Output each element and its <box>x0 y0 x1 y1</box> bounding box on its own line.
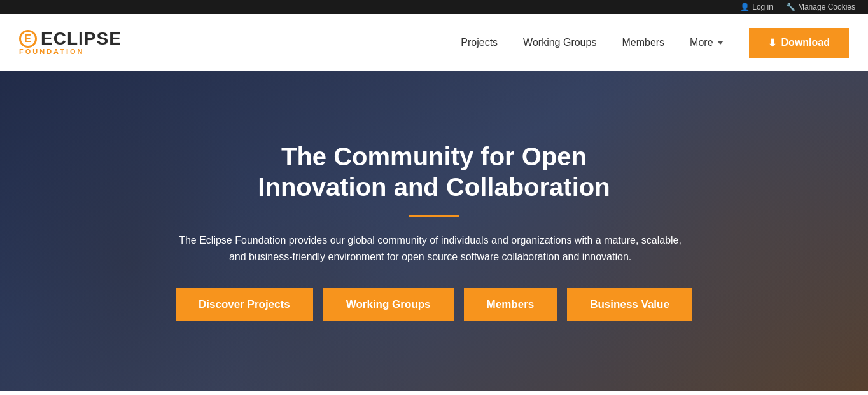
logo-text: ECLIPSE <box>41 30 122 48</box>
download-label: Download <box>781 37 830 48</box>
discover-projects-button[interactable]: Discover Projects <box>176 288 313 321</box>
utility-bar: 👤 Log in 🔧 Manage Cookies <box>0 0 868 14</box>
hero-description: The Eclipse Foundation provides our glob… <box>176 232 685 265</box>
business-value-button[interactable]: Business Value <box>567 288 692 321</box>
hero-section: The Community for Open Innovation and Co… <box>0 71 868 391</box>
working-groups-button[interactable]: Working Groups <box>323 288 454 321</box>
download-button[interactable]: ⬇ Download <box>749 28 849 58</box>
logo-e-circle: E <box>19 30 37 48</box>
logo-foundation: FOUNDATION <box>19 48 85 55</box>
manage-cookies-label: Manage Cookies <box>798 3 855 11</box>
nav-projects[interactable]: Projects <box>461 37 498 48</box>
download-icon: ⬇ <box>768 37 776 49</box>
login-label: Log in <box>752 3 773 11</box>
login-icon: 👤 <box>740 3 750 11</box>
hero-content: The Community for Open Innovation and Co… <box>163 141 705 321</box>
nav-members[interactable]: Members <box>622 37 664 48</box>
members-button[interactable]: Members <box>464 288 557 321</box>
hero-title: The Community for Open Innovation and Co… <box>176 141 692 202</box>
manage-cookies-link[interactable]: 🔧 Manage Cookies <box>786 3 855 11</box>
hero-buttons: Discover Projects Working Groups Members… <box>176 288 692 321</box>
login-link[interactable]: 👤 Log in <box>740 3 773 11</box>
chevron-down-icon <box>717 41 724 45</box>
nav-more[interactable]: More <box>690 37 723 48</box>
logo[interactable]: E ECLIPSE FOUNDATION <box>19 30 122 55</box>
hero-divider <box>409 215 459 217</box>
nav-links: Projects Working Groups Members More ⬇ D… <box>461 28 849 58</box>
main-nav: E ECLIPSE FOUNDATION Projects Working Gr… <box>0 14 868 71</box>
wrench-icon: 🔧 <box>786 3 795 11</box>
nav-working-groups[interactable]: Working Groups <box>523 37 596 48</box>
